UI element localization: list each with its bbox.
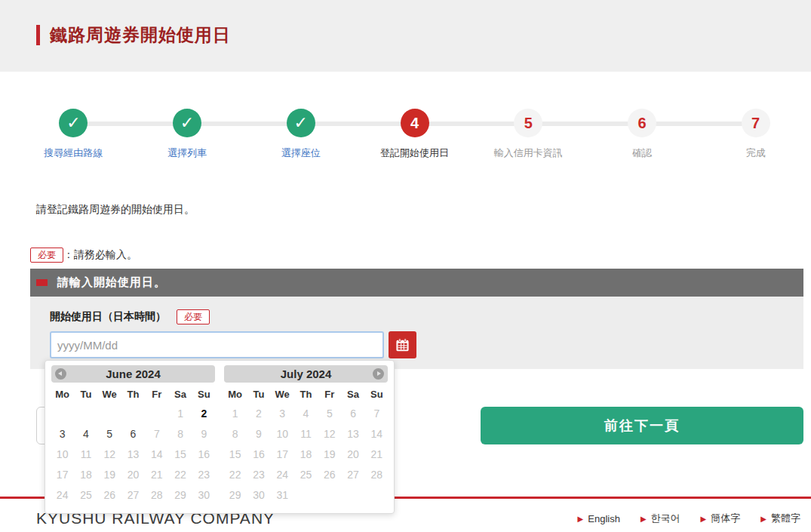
step-label[interactable]: 選擇座位 — [281, 146, 321, 160]
day-cell[interactable]: 12 — [318, 424, 341, 444]
day-cell[interactable]: 31 — [271, 485, 294, 506]
day-cell[interactable]: 9 — [192, 424, 216, 444]
day-cell[interactable]: 18 — [294, 444, 318, 465]
next-month-button[interactable] — [373, 368, 384, 380]
day-cell[interactable]: 28 — [365, 465, 389, 485]
day-cell[interactable]: 17 — [271, 444, 294, 465]
day-cell[interactable]: 1 — [168, 404, 192, 424]
day-cell[interactable] — [98, 404, 121, 424]
weekday-label: Mo — [223, 386, 247, 404]
weekday-label: Mo — [51, 386, 74, 404]
day-cell[interactable]: 10 — [51, 444, 74, 465]
datepicker-popup: June 2024 MoTuWeThFrSaSu 123456789101112… — [45, 360, 395, 514]
page-header: 鐵路周遊券開始使用日 — [0, 0, 811, 72]
day-cell[interactable]: 7 — [365, 404, 389, 424]
step-label[interactable]: 完成 — [746, 146, 766, 160]
day-cell[interactable]: 7 — [145, 424, 168, 444]
stepper-step: 7 完成 — [699, 109, 811, 160]
field-label-row: 開始使用日（日本時間） 必要 — [50, 309, 803, 324]
day-cell[interactable]: 26 — [318, 465, 341, 485]
step-label[interactable]: 選擇列車 — [167, 146, 207, 160]
day-cell[interactable]: 29 — [223, 485, 247, 506]
day-cell[interactable] — [74, 404, 97, 424]
day-cell[interactable]: 4 — [294, 404, 318, 424]
day-cell[interactable]: 15 — [223, 444, 247, 465]
day-cell[interactable]: 22 — [168, 465, 192, 485]
language-link[interactable]: ▶ 繁體字 — [760, 512, 800, 525]
day-cell[interactable]: 8 — [223, 424, 247, 444]
day-cell[interactable]: 5 — [98, 424, 121, 444]
day-cell[interactable]: 23 — [247, 465, 270, 485]
intro-text: 請登記鐵路周遊券的開始使用日。 — [36, 203, 811, 217]
day-cell[interactable]: 24 — [271, 465, 294, 485]
next-page-button[interactable]: 前往下一頁 — [481, 407, 803, 444]
day-cell[interactable] — [121, 404, 145, 424]
day-cell[interactable]: 2 — [192, 404, 216, 424]
day-cell[interactable] — [318, 485, 341, 506]
language-link[interactable]: ▶ 한국어 — [641, 512, 680, 525]
day-cell[interactable]: 27 — [341, 465, 364, 485]
day-cell[interactable]: 25 — [294, 465, 318, 485]
day-cell[interactable]: 29 — [168, 485, 192, 506]
day-cell[interactable]: 30 — [192, 485, 216, 506]
day-cell[interactable] — [365, 485, 389, 506]
day-cell[interactable]: 6 — [121, 424, 145, 444]
step-label[interactable]: 登記開始使用日 — [380, 146, 449, 160]
day-cell[interactable]: 23 — [192, 465, 216, 485]
step-label[interactable]: 搜尋經由路線 — [44, 146, 103, 160]
day-cell[interactable]: 9 — [247, 424, 270, 444]
day-cell[interactable]: 6 — [341, 404, 364, 424]
day-cell[interactable]: 16 — [192, 444, 216, 465]
day-cell[interactable]: 26 — [98, 485, 121, 506]
day-grid: 1234567891011121314151617181920212223242… — [223, 404, 389, 506]
language-link[interactable]: ▶ English — [578, 512, 620, 525]
day-cell[interactable]: 21 — [365, 444, 389, 465]
day-cell[interactable]: 25 — [74, 485, 97, 506]
day-cell[interactable]: 22 — [223, 465, 247, 485]
day-cell[interactable]: 4 — [74, 424, 97, 444]
prev-month-button[interactable] — [55, 368, 66, 380]
step-label[interactable]: 確認 — [632, 146, 652, 160]
day-cell[interactable]: 15 — [168, 444, 192, 465]
day-cell[interactable] — [51, 404, 74, 424]
day-cell[interactable]: 16 — [247, 444, 270, 465]
day-cell[interactable]: 5 — [318, 404, 341, 424]
day-cell[interactable]: 13 — [121, 444, 145, 465]
weekday-label: We — [271, 386, 294, 404]
day-cell[interactable]: 21 — [145, 465, 168, 485]
day-cell[interactable]: 27 — [121, 485, 145, 506]
day-cell[interactable]: 11 — [74, 444, 97, 465]
weekday-label: Fr — [145, 386, 168, 404]
step-circle-icon: 4 — [401, 109, 429, 137]
section-banner-text: 請輸入開始使用日。 — [57, 275, 166, 290]
day-cell[interactable]: 19 — [318, 444, 341, 465]
day-cell[interactable]: 17 — [51, 465, 74, 485]
day-cell[interactable] — [294, 485, 318, 506]
day-cell[interactable]: 10 — [271, 424, 294, 444]
day-cell[interactable]: 28 — [145, 485, 168, 506]
day-cell[interactable]: 30 — [247, 485, 270, 506]
day-cell[interactable]: 11 — [294, 424, 318, 444]
start-date-input[interactable] — [50, 331, 384, 358]
day-cell[interactable]: 14 — [365, 424, 389, 444]
stepper-step: ✓ 搜尋經由路線 — [17, 109, 131, 160]
step-label[interactable]: 輸入信用卡資訊 — [494, 146, 563, 160]
day-cell[interactable]: 19 — [98, 465, 121, 485]
day-cell[interactable]: 3 — [51, 424, 74, 444]
day-cell[interactable]: 2 — [247, 404, 270, 424]
day-cell[interactable] — [341, 485, 364, 506]
day-cell[interactable]: 14 — [145, 444, 168, 465]
day-cell[interactable]: 24 — [51, 485, 74, 506]
day-cell[interactable] — [145, 404, 168, 424]
page: 鐵路周遊券開始使用日 ✓ 搜尋經由路線 ✓ 選擇列車 ✓ 選擇座位 4 登記開始… — [0, 0, 811, 532]
calendar-button[interactable] — [389, 331, 416, 358]
day-cell[interactable]: 3 — [271, 404, 294, 424]
language-link[interactable]: ▶ 簡体字 — [701, 512, 741, 525]
day-cell[interactable]: 13 — [341, 424, 364, 444]
day-cell[interactable]: 8 — [168, 424, 192, 444]
day-cell[interactable]: 12 — [98, 444, 121, 465]
day-cell[interactable]: 18 — [74, 465, 97, 485]
day-cell[interactable]: 20 — [341, 444, 364, 465]
day-cell[interactable]: 20 — [121, 465, 145, 485]
day-cell[interactable]: 1 — [223, 404, 247, 424]
